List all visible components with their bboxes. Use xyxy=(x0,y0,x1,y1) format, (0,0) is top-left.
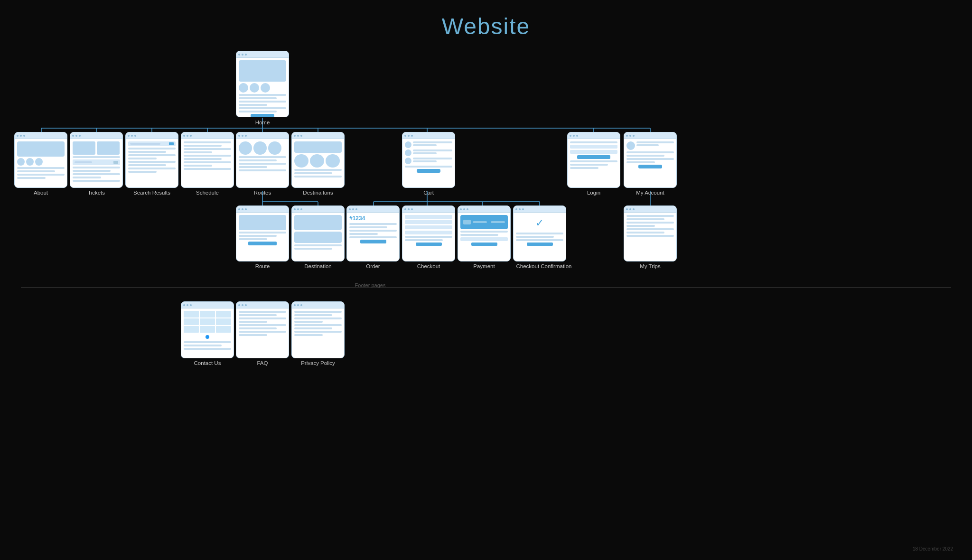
login-card xyxy=(567,132,620,188)
search-results-card xyxy=(125,132,178,188)
date-label: 18 December 2022 xyxy=(913,546,953,551)
checkout-label: Checkout xyxy=(402,263,455,269)
my-account-card xyxy=(624,132,677,188)
route-label: Route xyxy=(236,263,289,269)
search-results-label: Search Results xyxy=(125,190,178,196)
home-label: Home xyxy=(236,120,289,125)
payment-card xyxy=(458,205,511,261)
tickets-card xyxy=(70,132,123,188)
privacy-policy-label: Privacy Policy xyxy=(291,360,345,366)
schedule-card xyxy=(181,132,234,188)
contact-us-label: Contact Us xyxy=(181,360,234,366)
routes-card xyxy=(236,132,289,188)
page-title: Website xyxy=(0,13,972,39)
schedule-label: Schedule xyxy=(181,190,234,196)
footer-pages-label: Footer pages xyxy=(323,282,418,288)
about-card xyxy=(14,132,67,188)
connectors xyxy=(0,0,972,560)
cart-label: Cart xyxy=(402,190,455,196)
about-label: About xyxy=(14,190,67,196)
route-card xyxy=(236,205,289,261)
faq-card xyxy=(236,301,289,358)
destinations-label: Destinaitons xyxy=(291,190,345,196)
privacy-policy-card xyxy=(291,301,345,358)
checkout-card xyxy=(402,205,455,261)
home-card xyxy=(236,51,289,117)
destinations-card xyxy=(291,132,345,188)
my-trips-label: My Trips xyxy=(624,263,677,269)
login-label: Login xyxy=(567,190,620,196)
footer-divider xyxy=(21,287,951,288)
checkout-confirmation-label: Checkout Confirmation xyxy=(513,263,575,269)
checkout-confirmation-card: ✓ xyxy=(513,205,566,261)
order-card: #1234 xyxy=(346,205,400,261)
contact-us-card xyxy=(181,301,234,358)
destination-label: Destination xyxy=(291,263,345,269)
my-account-label: My Account xyxy=(624,190,677,196)
faq-label: FAQ xyxy=(236,360,289,366)
order-label: Order xyxy=(346,263,400,269)
payment-label: Payment xyxy=(458,263,511,269)
cart-card xyxy=(402,132,455,188)
destination-card xyxy=(291,205,345,261)
my-trips-card xyxy=(624,205,677,261)
tickets-label: Tickets xyxy=(70,190,123,196)
routes-label: Routes xyxy=(236,190,289,196)
